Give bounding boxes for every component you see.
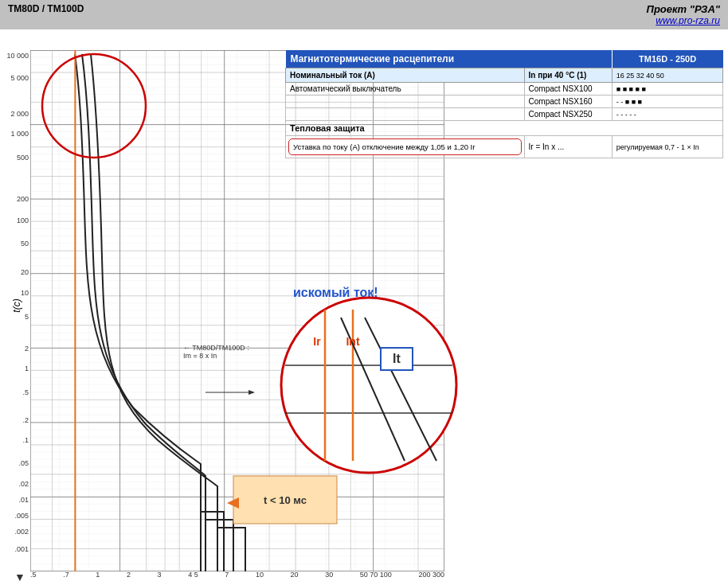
thermal-note-box: Уставка по току (А) отключение между 1,0…	[288, 138, 522, 155]
svg-text:t < 10 мс: t < 10 мс	[264, 494, 307, 506]
x-axis-labels: .5.71234 5710203050 70 100200 300	[30, 571, 444, 579]
table-row: Автоматический выключатель Compact NSX10…	[286, 83, 723, 96]
project-name: Проект "РЗА"	[647, 3, 720, 15]
table-col-headers: Номинальный ток (А) In при 40 °C (1) 16 …	[286, 68, 723, 83]
info-panel: Магнитотермические расцепители TM16D - 2…	[285, 50, 723, 302]
chart-annotation: ← TM80D/TM100D :Im = 8 x In	[183, 344, 249, 360]
header: TM80D / TM100D Проект "РЗА" www.pro-rza.…	[0, 0, 728, 29]
y-axis-label: t(c)	[11, 298, 22, 312]
svg-text:Int: Int	[346, 335, 359, 348]
zoom-svg: It Ir Int	[277, 294, 460, 477]
thermal-data-row: Уставка по току (А) отключение между 1,0…	[286, 136, 723, 158]
thermal-header-row: Тепловая защита	[286, 121, 723, 136]
svg-text:It: It	[393, 352, 401, 365]
table-main-header: Магнитотермические расцепители TM16D - 2…	[286, 50, 723, 68]
table-row: Compact NSX160 - - ■ ■ ■	[286, 96, 723, 108]
svg-text:Ir: Ir	[313, 335, 321, 348]
header-title: TM80D / TM100D	[8, 3, 84, 14]
project-info: Проект "РЗА" www.pro-rza.ru	[647, 3, 720, 26]
spec-table: Магнитотермические расцепители TM16D - 2…	[285, 50, 723, 158]
project-url[interactable]: www.pro-rza.ru	[647, 15, 720, 26]
table-row: Compact NSX250 - - - - -	[286, 108, 723, 121]
